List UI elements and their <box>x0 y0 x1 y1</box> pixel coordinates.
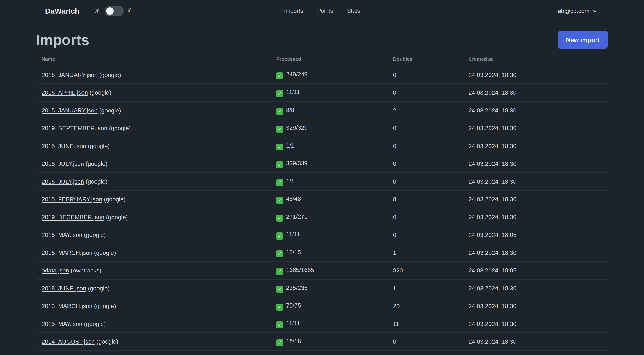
success-check-icon: ✓ <box>276 179 283 186</box>
import-source-label: (google) <box>102 196 126 203</box>
processed-cell: ✓339/339 <box>270 155 388 173</box>
import-file-link[interactable]: 2015_FEBRUARY.json <box>42 196 102 203</box>
created-at: 24.03.2024, 18:30 <box>463 244 608 262</box>
processed-cell: ✓11/11 <box>270 226 388 244</box>
new-import-button[interactable]: New import <box>558 31 608 49</box>
processed-cell: ✓1/1 <box>270 137 388 155</box>
created-at: 24.03.2024, 18:30 <box>463 101 608 119</box>
created-at: 24.03.2024, 18:30 <box>463 279 608 297</box>
import-source-label: (google) <box>98 107 121 114</box>
nav-item-imports[interactable]: Imports <box>284 8 303 14</box>
created-at: 24.03.2024, 18:30 <box>463 66 608 84</box>
success-check-icon: ✓ <box>276 268 283 275</box>
app-root: DaWarIch ☀ ☾ Imports Points Stats ab@cd.… <box>0 0 644 355</box>
success-check-icon: ✓ <box>276 322 283 328</box>
success-check-icon: ✓ <box>276 126 283 133</box>
table-row: 2013_JUNE.json (google) ✓178/178 59 24.0… <box>36 351 608 355</box>
processed-count: 249/249 <box>286 71 308 78</box>
col-header-doubles: Doubles <box>387 53 463 66</box>
doubles-count: 0 <box>387 226 463 244</box>
doubles-count: 0 <box>387 66 463 84</box>
table-row: 2018_JULY.json (google) ✓339/339 0 24.03… <box>36 155 608 173</box>
doubles-count: 1 <box>387 244 463 262</box>
page-title: Imports <box>36 32 90 48</box>
import-file-link[interactable]: 2014_AUGUST.json <box>42 338 95 345</box>
col-header-name: Name <box>36 53 270 66</box>
import-file-link[interactable]: 2018_JUNE.json <box>42 285 86 292</box>
processed-cell: ✓8/8 <box>270 101 388 119</box>
user-menu[interactable]: ab@cd.com <box>556 5 599 17</box>
processed-count: 1/1 <box>286 142 294 149</box>
theme-switch[interactable] <box>104 6 123 16</box>
import-source-label: (owntracks) <box>69 267 101 274</box>
name-cell: 2015_MAY.json (google) <box>36 226 270 244</box>
table-row: 2015_MARCH.json (google) ✓15/15 1 24.03.… <box>36 244 608 262</box>
created-at: 24.03.2024, 18:30 <box>463 333 608 351</box>
table-row: 2015_APRIL.json (google) ✓11/11 0 24.03.… <box>36 84 608 101</box>
import-file-link[interactable]: 2013_MARCH.json <box>42 303 92 309</box>
import-file-link[interactable]: 2018_JANUARY.json <box>42 71 98 78</box>
doubles-count: 2 <box>387 101 463 119</box>
import-source-label: (google) <box>95 338 118 345</box>
chevron-down-icon <box>592 8 597 13</box>
import-source-label: (google) <box>84 178 108 185</box>
processed-cell: ✓11/11 <box>270 315 388 333</box>
created-at: 24.03.2024, 18:30 <box>463 208 608 226</box>
table-row: 2015_JULY.json (google) ✓1/1 0 24.03.202… <box>36 173 608 191</box>
name-cell: 2018_JANUARY.json (google) <box>36 66 270 84</box>
nav-item-stats[interactable]: Stats <box>347 8 360 14</box>
table-row: 2015_JANUARY.json (google) ✓8/8 2 24.03.… <box>36 101 608 119</box>
processed-cell: ✓1665/1665 <box>270 262 388 279</box>
name-cell: 2019_DECEMBER.json (google) <box>36 208 270 226</box>
import-file-link[interactable]: 2015_MAY.json <box>42 232 82 238</box>
processed-count: 1665/1665 <box>286 267 314 273</box>
name-cell: 2019_SEPTEMBER.json (google) <box>36 119 270 137</box>
import-file-link[interactable]: 2019_DECEMBER.json <box>42 214 104 221</box>
import-file-link[interactable]: 2015_JANUARY.json <box>42 107 98 114</box>
success-check-icon: ✓ <box>276 232 283 239</box>
import-source-label: (google) <box>84 160 108 167</box>
success-check-icon: ✓ <box>276 286 283 293</box>
import-file-link[interactable]: 2019_SEPTEMBER.json <box>42 125 107 131</box>
processed-count: 11/11 <box>286 231 300 238</box>
top-navbar: DaWarIch ☀ ☾ Imports Points Stats ab@cd.… <box>0 0 644 22</box>
import-file-link[interactable]: 2015_JULY.json <box>42 178 84 185</box>
table-row: 2019_DECEMBER.json (google) ✓271/271 0 2… <box>36 208 608 226</box>
table-row: 2014_AUGUST.json (google) ✓18/18 0 24.03… <box>36 333 608 351</box>
import-source-label: (google) <box>88 89 112 96</box>
theme-toggle[interactable]: ☀ ☾ <box>94 6 134 16</box>
name-cell: odata.json (owntracks) <box>36 262 270 279</box>
col-header-created-at: Created at <box>463 53 608 66</box>
import-source-label: (google) <box>86 285 110 292</box>
table-row: 2018_JUNE.json (google) ✓235/235 1 24.03… <box>36 279 608 297</box>
import-file-link[interactable]: 2015_JUNE.json <box>42 143 86 149</box>
import-file-link[interactable]: 2015_APRIL.json <box>42 89 88 96</box>
processed-cell: ✓48/48 <box>270 190 388 208</box>
import-source-label: (google) <box>92 249 116 256</box>
import-source-label: (google) <box>104 214 128 221</box>
imports-table: Name Processed Doubles Created at 2018_J… <box>36 53 608 355</box>
success-check-icon: ✓ <box>276 250 283 257</box>
created-at: 24.03.2024, 18:30 <box>463 84 608 101</box>
col-header-processed: Processed <box>270 53 388 66</box>
processed-cell: ✓15/15 <box>270 244 388 262</box>
app-logo[interactable]: DaWarIch <box>45 7 80 15</box>
table-row: 2019_SEPTEMBER.json (google) ✓329/329 0 … <box>36 119 608 137</box>
import-file-link[interactable]: 2018_JULY.json <box>42 160 84 167</box>
doubles-count: 820 <box>387 262 463 279</box>
import-file-link[interactable]: 2015_MAY.json <box>42 321 82 327</box>
name-cell: 2018_JULY.json (google) <box>36 155 270 173</box>
table-row: odata.json (owntracks) ✓1665/1665 820 24… <box>36 262 608 279</box>
import-file-link[interactable]: 2015_MARCH.json <box>42 249 92 256</box>
processed-count: 18/18 <box>286 338 301 345</box>
doubles-count: 0 <box>387 137 463 155</box>
processed-count: 11/11 <box>286 320 300 327</box>
processed-cell: ✓249/249 <box>270 66 388 84</box>
name-cell: 2015_JUNE.json (google) <box>36 137 270 155</box>
nav-item-points[interactable]: Points <box>317 8 333 14</box>
import-file-link[interactable]: odata.json <box>42 267 69 274</box>
name-cell: 2015_MARCH.json (google) <box>36 244 270 262</box>
processed-cell: ✓329/329 <box>270 119 388 137</box>
processed-cell: ✓18/18 <box>270 333 388 351</box>
processed-count: 235/235 <box>286 284 308 291</box>
